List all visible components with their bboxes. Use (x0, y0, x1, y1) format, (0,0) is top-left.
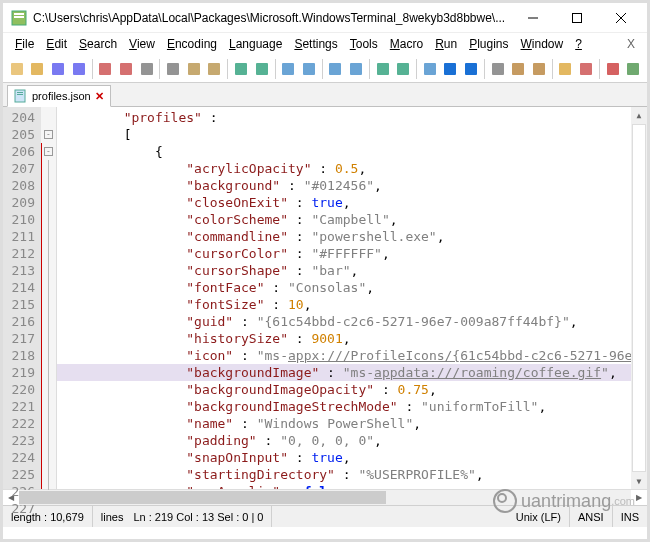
svg-rect-2 (14, 16, 24, 18)
svg-rect-8 (31, 63, 43, 75)
folder-button[interactable] (556, 58, 576, 80)
replace-button[interactable] (299, 58, 319, 80)
svg-rect-31 (559, 63, 571, 75)
allchars-button[interactable] (441, 58, 461, 80)
vertical-scrollbar[interactable]: ▲ ▼ (631, 107, 647, 489)
cut-button[interactable] (163, 58, 183, 80)
close-button[interactable] (599, 4, 643, 32)
code-line[interactable]: "commandline" : "powershell.exe", (57, 228, 631, 245)
hscroll-thumb[interactable] (19, 491, 386, 504)
redo-button[interactable] (252, 58, 272, 80)
save-all-button[interactable] (69, 58, 89, 80)
menu-search[interactable]: Search (73, 35, 123, 53)
svg-rect-20 (303, 63, 315, 75)
sync-h-button[interactable] (393, 58, 413, 80)
code-line[interactable]: "startingDirectory" : "%USERPROFILE%", (57, 466, 631, 483)
status-mode: INS (613, 506, 647, 527)
scroll-down-icon[interactable]: ▼ (631, 473, 647, 489)
indent-button[interactable] (461, 58, 481, 80)
zoom-in-button[interactable] (326, 58, 346, 80)
new-file-button[interactable] (7, 58, 27, 80)
code-line[interactable]: [ (57, 126, 631, 143)
code-line[interactable]: "cursorColor" : "#FFFFFF", (57, 245, 631, 262)
monitor-button[interactable] (576, 58, 596, 80)
code-line[interactable]: "backgroundImageStrechMode" : "uniformTo… (57, 398, 631, 415)
menu-edit[interactable]: Edit (40, 35, 73, 53)
code-line[interactable]: "useAcrylic" : false (57, 483, 631, 489)
title-bar: C:\Users\chris\AppData\Local\Packages\Mi… (3, 3, 647, 33)
code-line[interactable]: "icon" : "ms-appx:///ProfileIcons/{61c54… (57, 347, 631, 364)
func-list-button[interactable] (529, 58, 549, 80)
close-all-button[interactable] (116, 58, 136, 80)
menu-run[interactable]: Run (429, 35, 463, 53)
menu-plugins[interactable]: Plugins (463, 35, 514, 53)
close-button[interactable] (96, 58, 116, 80)
horizontal-scrollbar[interactable]: ◀ ▶ (3, 489, 647, 505)
print-button[interactable] (137, 58, 157, 80)
menu-macro[interactable]: Macro (384, 35, 429, 53)
menu-view[interactable]: View (123, 35, 161, 53)
line-number: 214 (3, 279, 41, 296)
line-number: 204 (3, 109, 41, 126)
tab-profiles-json[interactable]: profiles.json ✕ (7, 85, 111, 107)
code-line[interactable]: "acrylicOpacity" : 0.5, (57, 160, 631, 177)
tab-label: profiles.json (32, 90, 91, 102)
save-button[interactable] (48, 58, 68, 80)
play-button[interactable] (623, 58, 643, 80)
lang-button[interactable] (488, 58, 508, 80)
code-line[interactable]: "fontSize" : 10, (57, 296, 631, 313)
doc-map-button[interactable] (508, 58, 528, 80)
code-line[interactable]: "guid" : "{61c54bbd-c2c6-5271-96e7-009a8… (57, 313, 631, 330)
editor-area[interactable]: 2042052062072082092102112122132142152162… (3, 107, 647, 489)
menu-window[interactable]: Window (515, 35, 570, 53)
record-button[interactable] (603, 58, 623, 80)
scroll-right-icon[interactable]: ▶ (631, 490, 647, 505)
code-line[interactable]: "backgroundImage" : "ms-appdata:///roami… (57, 364, 631, 381)
open-file-button[interactable] (28, 58, 48, 80)
code-line[interactable]: "historySize" : 9001, (57, 330, 631, 347)
menu-tools[interactable]: Tools (344, 35, 384, 53)
svg-rect-27 (465, 63, 477, 75)
code-content[interactable]: "profiles" : [ { "acrylicOpacity" : 0.5,… (57, 107, 631, 489)
minimize-button[interactable] (511, 4, 555, 32)
svg-rect-32 (580, 63, 592, 75)
line-number-gutter: 2042052062072082092102112122132142152162… (3, 107, 41, 489)
scroll-thumb[interactable] (632, 124, 646, 472)
code-line[interactable]: "closeOnExit" : true, (57, 194, 631, 211)
code-line[interactable]: "fontFace" : "Consolas", (57, 279, 631, 296)
code-line[interactable]: "cursorShape" : "bar", (57, 262, 631, 279)
undo-button[interactable] (231, 58, 251, 80)
maximize-button[interactable] (555, 4, 599, 32)
sync-v-button[interactable] (373, 58, 393, 80)
menu-file[interactable]: File (9, 35, 40, 53)
menu-encoding[interactable]: Encoding (161, 35, 223, 53)
menu-language[interactable]: Language (223, 35, 288, 53)
menu-settings[interactable]: Settings (288, 35, 343, 53)
paste-button[interactable] (205, 58, 225, 80)
svg-rect-4 (573, 13, 582, 22)
code-line[interactable]: "backgroundImageOpacity" : 0.75, (57, 381, 631, 398)
code-line[interactable]: { (57, 143, 631, 160)
code-line[interactable]: "profiles" : (57, 109, 631, 126)
find-button[interactable] (278, 58, 298, 80)
code-line[interactable]: "padding" : "0, 0, 0, 0", (57, 432, 631, 449)
wordwrap-button[interactable] (420, 58, 440, 80)
copy-button[interactable] (184, 58, 204, 80)
line-number: 208 (3, 177, 41, 194)
status-lines: lines (93, 506, 126, 527)
code-line[interactable]: "background" : "#012456", (57, 177, 631, 194)
menu-extra[interactable]: X (621, 35, 641, 53)
code-line[interactable]: "colorScheme" : "Campbell", (57, 211, 631, 228)
code-line[interactable]: "name" : "Windows PowerShell", (57, 415, 631, 432)
svg-rect-24 (397, 63, 409, 75)
line-number: 225 (3, 466, 41, 483)
svg-rect-15 (188, 63, 200, 75)
line-number: 209 (3, 194, 41, 211)
line-number: 216 (3, 313, 41, 330)
zoom-out-button[interactable] (346, 58, 366, 80)
tab-close-icon[interactable]: ✕ (95, 90, 104, 103)
scroll-up-icon[interactable]: ▲ (631, 107, 647, 123)
code-line[interactable]: "snapOnInput" : true, (57, 449, 631, 466)
svg-rect-19 (282, 63, 294, 75)
menu-help[interactable]: ? (569, 35, 588, 53)
